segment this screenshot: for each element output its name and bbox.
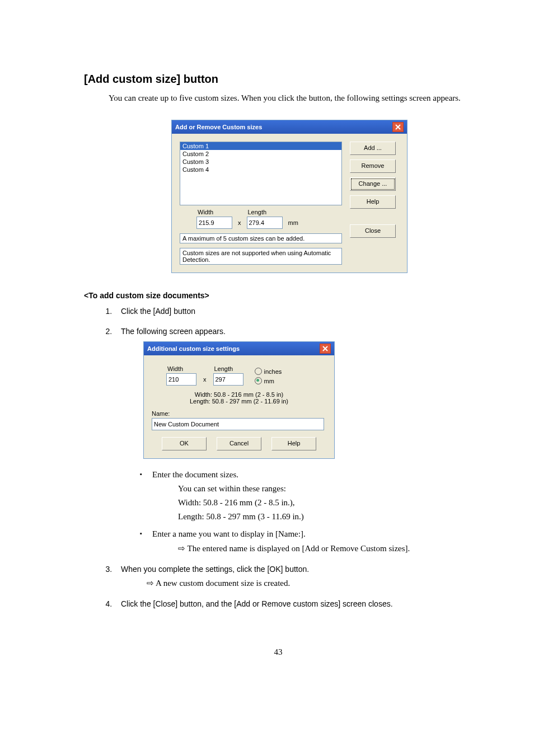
- step-1: Click the [Add] button: [114, 307, 472, 316]
- radio-icon: [255, 377, 262, 384]
- remove-button[interactable]: Remove: [350, 159, 396, 173]
- info-line-2: Custom sizes are not supported when usin…: [180, 248, 342, 265]
- length-label: Length: [248, 209, 267, 215]
- unit-label: mm: [288, 212, 298, 226]
- length-input[interactable]: [247, 217, 283, 229]
- length-label: Length: [214, 365, 233, 372]
- bullet-1c: Length: 50.8 - 297 mm (3 - 11.69 in.): [178, 512, 472, 522]
- close-icon[interactable]: [320, 344, 331, 354]
- step-3-sub: A new custom document size is created.: [147, 578, 472, 588]
- width-range: Width: 50.8 - 216 mm (2 - 8.5 in): [152, 391, 326, 398]
- bullet-2-text: Enter a name you want to display in [Nam…: [152, 529, 306, 538]
- width-label: Width: [198, 209, 213, 215]
- mm-label: mm: [264, 378, 274, 384]
- help-button[interactable]: Help: [271, 437, 316, 450]
- bullet-2-sub: The entered name is displayed on [Add or…: [178, 543, 472, 553]
- bullet-1a: You can set within these ranges:: [178, 484, 472, 494]
- bullet-2: Enter a name you want to display in [Nam…: [140, 529, 472, 553]
- bullet-1: Enter the document sizes. You can set wi…: [140, 470, 472, 522]
- custom-size-listbox[interactable]: Custom 1 Custom 2 Custom 3 Custom 4: [180, 142, 342, 205]
- close-button[interactable]: Close: [350, 224, 396, 238]
- bullet-1-text: Enter the document sizes.: [152, 470, 238, 479]
- dialog2-title: Additional custom size settings: [147, 345, 240, 352]
- step-4: Click the [Close] button, and the [Add o…: [114, 599, 472, 608]
- page-number: 43: [84, 647, 472, 657]
- page-heading: [Add custom size] button: [84, 73, 472, 86]
- list-item[interactable]: Custom 4: [180, 166, 341, 173]
- width-label: Width: [167, 365, 183, 372]
- length-range: Length: 50.8 - 297 mm (2 - 11.69 in): [152, 398, 326, 405]
- cancel-button[interactable]: Cancel: [217, 437, 261, 450]
- steps-list: Click the [Add] button The following scr…: [114, 307, 472, 608]
- dialog1-title: Add or Remove Custom sizes: [175, 124, 262, 130]
- change-button[interactable]: Change ...: [350, 177, 396, 191]
- bullet-1b: Width: 50.8 - 216 mm (2 - 8.5 in.),: [178, 498, 472, 508]
- ok-button[interactable]: OK: [162, 437, 207, 450]
- list-item[interactable]: Custom 2: [180, 150, 341, 158]
- intro-text: You can create up to five custom sizes. …: [109, 93, 472, 103]
- list-item[interactable]: Custom 3: [180, 158, 341, 166]
- info-line-1: A maximum of 5 custom sizes can be added…: [180, 233, 342, 243]
- inches-label: inches: [264, 368, 282, 375]
- help-button[interactable]: Help: [350, 195, 396, 209]
- inches-radio[interactable]: inches: [255, 368, 282, 375]
- additional-settings-dialog: Additional custom size settings Width x …: [143, 341, 335, 459]
- x-label: x: [238, 212, 241, 226]
- length-input[interactable]: [213, 373, 243, 386]
- close-icon[interactable]: [392, 122, 404, 132]
- width-input[interactable]: [196, 217, 232, 229]
- mm-radio[interactable]: mm: [255, 377, 282, 384]
- step-3-text: When you complete the settings, click th…: [121, 565, 309, 574]
- add-remove-dialog: Add or Remove Custom sizes Custom 1 Cust…: [171, 120, 407, 273]
- radio-icon: [255, 368, 262, 375]
- x-label: x: [203, 368, 207, 383]
- name-input[interactable]: [152, 418, 324, 430]
- step-2: The following screen appears. Additional…: [114, 327, 472, 553]
- sub-heading: <To add custom size documents>: [84, 291, 472, 300]
- step-3: When you complete the settings, click th…: [114, 565, 472, 588]
- add-button[interactable]: Add ...: [350, 142, 396, 155]
- width-input[interactable]: [166, 373, 196, 386]
- list-item[interactable]: Custom 1: [180, 142, 341, 150]
- name-label: Name:: [152, 410, 326, 417]
- step-2-text: The following screen appears.: [121, 327, 226, 336]
